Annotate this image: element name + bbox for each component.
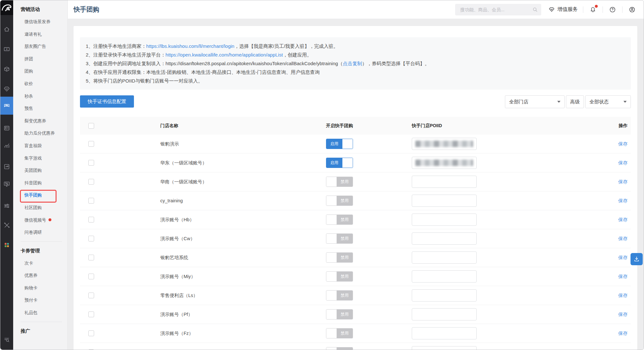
row-checkbox[interactable] (88, 198, 94, 204)
advanced-filter-button[interactable]: 高级 (566, 95, 584, 108)
instruction-link[interactable]: 点击复制 (343, 61, 362, 66)
bill-icon[interactable]: ¥ (0, 43, 13, 56)
value-added-services-button[interactable]: 增值服务 (548, 6, 578, 13)
sidebar-item[interactable]: 次卡 (13, 257, 67, 270)
instruction-link[interactable]: https://open.kwailocallife.com/home/appl… (165, 52, 283, 57)
enable-toggle[interactable]: 禁用 (326, 214, 353, 225)
sidebar-item[interactable]: 拼团 (13, 53, 67, 66)
enable-toggle[interactable]: 启用 (326, 139, 353, 149)
enable-toggle[interactable]: 禁用 (326, 271, 353, 282)
sidebar-item[interactable]: 社区团购 (13, 202, 67, 214)
notifications-button[interactable] (588, 5, 597, 14)
sidebar-item[interactable]: 助力瓜分优惠券 (13, 127, 67, 140)
save-link[interactable]: 保存 (618, 293, 628, 298)
poiid-input[interactable] (412, 289, 477, 302)
monitor-percent-icon[interactable] (0, 178, 13, 190)
row-checkbox[interactable] (88, 293, 94, 298)
poiid-input[interactable] (412, 327, 477, 339)
menu-divider (21, 241, 62, 242)
row-checkbox[interactable] (88, 160, 94, 166)
save-link[interactable]: 保存 (618, 179, 628, 184)
report-icon[interactable] (0, 160, 13, 173)
menu-search-icon[interactable] (0, 334, 13, 345)
sidebar-item[interactable]: 邀请有礼 (13, 28, 67, 41)
sidebar-item[interactable]: 购物卡 (13, 282, 67, 294)
save-link[interactable]: 保存 (618, 160, 628, 165)
enable-toggle[interactable]: 禁用 (326, 196, 353, 206)
search-input[interactable] (460, 7, 532, 13)
select-all-checkbox[interactable] (88, 123, 94, 129)
sidebar-item[interactable]: 优惠券 (13, 269, 67, 282)
enable-toggle[interactable]: 启用 (326, 158, 353, 168)
save-link[interactable]: 保存 (618, 255, 628, 260)
enable-toggle[interactable]: 禁用 (326, 177, 353, 187)
row-checkbox[interactable] (88, 311, 94, 317)
enable-toggle[interactable]: 禁用 (326, 233, 353, 244)
instruction-link[interactable]: https://lbs.kuaishou.com/ll/merchant/log… (146, 43, 234, 49)
save-link[interactable]: 保存 (618, 274, 628, 279)
sidebar-item[interactable]: 砍价 (13, 78, 67, 90)
sidebar-item[interactable]: 裂变优惠券 (13, 115, 67, 127)
analytics-icon[interactable] (0, 139, 13, 152)
poiid-input[interactable] (412, 195, 477, 207)
enable-toggle[interactable]: 禁用 (326, 347, 353, 350)
sidebar-item[interactable]: 礼品包 (13, 307, 67, 319)
marketing-coupon-icon-active[interactable] (0, 97, 13, 115)
save-link[interactable]: 保存 (618, 217, 628, 222)
brand-leopard-logo-icon[interactable] (0, 0, 13, 15)
status-filter-select[interactable]: 全部状态 (585, 95, 631, 108)
enable-toggle[interactable]: 禁用 (326, 309, 353, 319)
help-button[interactable] (608, 5, 617, 14)
sidebar-item[interactable]: 集字游戏 (13, 152, 67, 165)
save-link[interactable]: 保存 (618, 198, 628, 203)
sidebar-item[interactable]: 预售 (13, 102, 67, 115)
save-link[interactable]: 保存 (618, 236, 628, 241)
sidebar-item[interactable]: 团购 (13, 65, 67, 78)
poiid-input[interactable] (412, 308, 477, 320)
row-checkbox[interactable] (88, 330, 94, 336)
sidebar-item[interactable]: 朋友圈广告 (13, 40, 67, 53)
gem-icon[interactable] (0, 83, 13, 95)
poiid-input[interactable] (412, 270, 477, 283)
sidebar-item[interactable]: 微信视频号 (13, 214, 67, 227)
poiid-input[interactable] (412, 251, 477, 264)
sidebar-item[interactable]: 盲盒福袋 (13, 140, 67, 152)
apps-grid-icon[interactable] (0, 239, 13, 251)
sidebar-item[interactable]: 问卷调研 (13, 226, 67, 239)
poiid-input[interactable] (412, 346, 477, 350)
poiid-input[interactable] (412, 138, 477, 150)
save-link[interactable]: 保存 (618, 331, 628, 336)
enable-toggle[interactable]: 禁用 (326, 328, 353, 338)
cert-config-button[interactable]: 快手证书信息配置 (80, 95, 134, 108)
store-filter-select[interactable]: 全部门店 (505, 95, 565, 108)
poiid-input[interactable] (412, 232, 477, 245)
badge-card-icon[interactable] (0, 122, 13, 135)
row-checkbox[interactable] (88, 217, 94, 223)
export-download-button[interactable] (631, 253, 643, 265)
package-icon[interactable] (0, 63, 13, 75)
global-search[interactable] (455, 4, 541, 15)
cross-tools-icon[interactable] (0, 219, 13, 232)
enable-toggle[interactable]: 禁用 (326, 290, 353, 301)
poiid-input[interactable] (412, 157, 477, 169)
home-icon[interactable] (0, 23, 13, 36)
row-checkbox[interactable] (88, 274, 94, 279)
poiid-input[interactable] (412, 176, 477, 188)
row-checkbox[interactable] (88, 141, 94, 147)
sidebar-item[interactable]: 预付卡 (13, 294, 67, 307)
poiid-input[interactable] (412, 214, 477, 226)
sidebar-item[interactable]: 抖音团购 (13, 177, 67, 189)
save-link[interactable]: 保存 (618, 312, 628, 317)
enable-toggle[interactable]: 禁用 (326, 252, 353, 263)
row-checkbox[interactable] (88, 236, 94, 241)
sidebar-item[interactable]: 快手团购 (13, 189, 67, 202)
account-button[interactable] (628, 5, 637, 14)
sidebar-item[interactable]: 微信场景发券 (13, 16, 67, 28)
sidebar-item[interactable]: 秒杀 (13, 90, 67, 103)
row-checkbox[interactable] (88, 255, 94, 260)
row-checkbox[interactable] (88, 179, 94, 185)
sliders-icon[interactable] (0, 199, 13, 212)
sidebar-item[interactable]: 美团团购 (13, 164, 67, 177)
main-area: 快手团购 增值服务 (68, 0, 644, 350)
save-link[interactable]: 保存 (618, 141, 628, 146)
